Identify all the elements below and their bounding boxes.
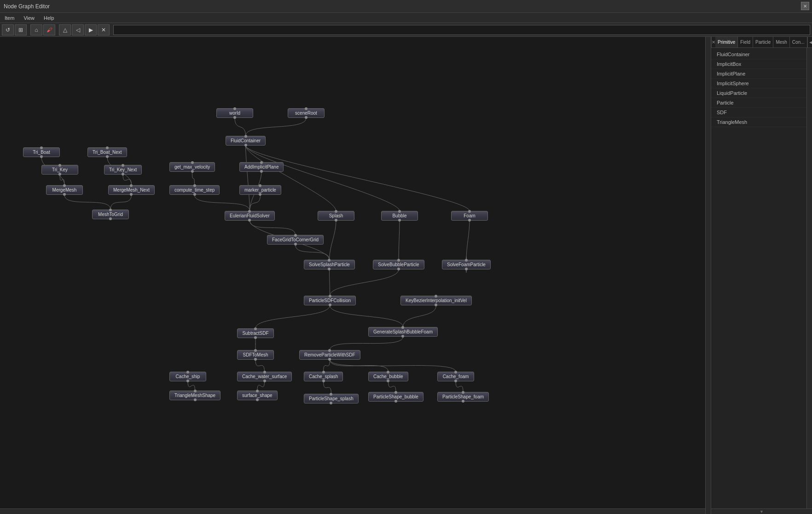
node-SolveBubbleParticle[interactable]: SolveBubbleParticle (373, 260, 424, 269)
node-Splash[interactable]: Splash (318, 211, 354, 221)
port-top-marker_particle[interactable] (259, 184, 261, 187)
tab-con[interactable]: Con... (790, 37, 807, 47)
node-ParticleSDFCollision[interactable]: ParticleSDFCollision (304, 296, 356, 305)
port-top-TriangleMeshShape[interactable] (194, 390, 197, 392)
port-bottom-EulerianFluidSolver[interactable] (248, 219, 251, 222)
port-top-surface_shape[interactable] (256, 390, 259, 392)
port-bottom-Cache_water_surface[interactable] (263, 380, 266, 382)
scrollbar-horizontal[interactable] (0, 508, 705, 514)
panel-list-item-2[interactable]: ImplicitPlane (711, 69, 806, 79)
port-bottom-Cache_ship[interactable] (186, 380, 189, 382)
home-btn[interactable]: ⌂ (30, 24, 42, 35)
port-top-Cache_water_surface[interactable] (263, 371, 266, 374)
port-bottom-FluidContainer[interactable] (244, 144, 247, 146)
node-Tri_Key_Next[interactable]: Tri_Key_Next (104, 165, 142, 175)
node-MeshToGrid[interactable]: MeshToGrid (92, 210, 129, 219)
port-bottom-SubtractSDF[interactable] (254, 336, 257, 339)
port-bottom-Cache_splash[interactable] (322, 380, 325, 382)
menu-item-item[interactable]: Item (3, 14, 16, 22)
node-Cache_foam[interactable]: Cache_foam (437, 372, 474, 381)
port-bottom-marker_particle[interactable] (259, 193, 261, 196)
port-bottom-AddImplicitPlane[interactable] (260, 170, 263, 173)
grid-btn[interactable]: ⊞ (15, 24, 27, 35)
port-top-SubtractSDF[interactable] (254, 327, 257, 330)
tab-particle[interactable]: Particle (753, 37, 773, 47)
port-top-SolveBubbleParticle[interactable] (397, 259, 400, 262)
node-ParticleShape_splash[interactable]: ParticleShape_splash (304, 394, 359, 403)
port-bottom-compute_time_step[interactable] (193, 193, 196, 196)
port-bottom-Tri_Key[interactable] (58, 173, 61, 175)
panel-scrollbar[interactable] (806, 48, 812, 508)
port-bottom-ParticleShape_bubble[interactable] (394, 400, 397, 403)
node-sceneRoot[interactable]: sceneRoot (288, 108, 325, 118)
port-top-FluidContainer[interactable] (244, 135, 247, 138)
node-Tri_Boat[interactable]: Tri_Boat (23, 147, 60, 157)
refresh-btn[interactable]: ↺ (2, 24, 14, 35)
port-top-SDFToMesh[interactable] (254, 349, 257, 352)
panel-list-item-7[interactable]: TriangleMesh (711, 117, 806, 127)
port-top-MergeMesh[interactable] (63, 184, 66, 187)
panel-list-item-3[interactable]: ImplicitSphere (711, 79, 806, 88)
port-top-ParticleShape_foam[interactable] (462, 391, 464, 394)
port-bottom-Bubble[interactable] (398, 219, 401, 222)
port-top-Tri_Boat[interactable] (40, 146, 43, 149)
port-top-SolveSplashParticle[interactable] (328, 259, 331, 262)
port-bottom-MergeMesh_Next[interactable] (130, 193, 133, 196)
port-top-ParticleShape_splash[interactable] (330, 393, 332, 396)
node-compute_time_step[interactable]: compute_time_step (169, 185, 220, 195)
port-bottom-Cache_bubble[interactable] (387, 380, 389, 382)
node-RemoveParticleWithSDF[interactable]: RemoveParticleWithSDF (299, 350, 360, 360)
port-top-Cache_ship[interactable] (186, 371, 189, 374)
node-FluidContainer[interactable]: FluidContainer (226, 136, 266, 146)
node-surface_shape[interactable]: surface_shape (237, 391, 278, 400)
port-bottom-world[interactable] (233, 116, 236, 119)
tab-mesh[interactable]: Mesh (773, 37, 789, 47)
node-SolveFoamParticle[interactable]: SolveFoamParticle (442, 260, 491, 269)
port-bottom-RemoveParticleWithSDF[interactable] (328, 358, 331, 361)
port-bottom-MergeMesh[interactable] (63, 193, 66, 196)
tab-primitive[interactable]: Primitive (715, 37, 738, 47)
node-MergeMesh_Next[interactable]: MergeMesh_Next (108, 185, 155, 195)
menu-item-help[interactable]: Help (42, 14, 56, 22)
port-top-KeyBezierInterpolation_initVel[interactable] (435, 295, 437, 298)
port-bottom-Tri_Boat_Next[interactable] (106, 155, 109, 158)
canvas-area[interactable]: worldsceneRootFluidContainerTri_BoatTri_… (0, 37, 711, 514)
port-top-MeshToGrid[interactable] (109, 209, 112, 211)
port-top-Tri_Boat_Next[interactable] (106, 146, 109, 149)
node-Tri_Boat_Next[interactable]: Tri_Boat_Next (87, 147, 127, 157)
port-top-MergeMesh_Next[interactable] (130, 184, 133, 187)
port-top-Bubble[interactable] (398, 210, 401, 213)
port-bottom-MeshToGrid[interactable] (109, 217, 112, 220)
menu-item-view[interactable]: View (22, 14, 36, 22)
node-Foam[interactable]: Foam (451, 211, 488, 221)
port-top-Splash[interactable] (335, 210, 337, 213)
port-bottom-surface_shape[interactable] (256, 398, 259, 401)
node-EulerianFluidSolver[interactable]: EulerianFluidSolver (225, 211, 275, 221)
tab-field[interactable]: Field (738, 37, 753, 47)
tab-prev-btn[interactable]: ◀ (807, 37, 812, 48)
port-bottom-FaceGridToCornerGrid[interactable] (294, 243, 297, 245)
port-bottom-SolveSplashParticle[interactable] (328, 268, 331, 270)
port-bottom-SolveFoamParticle[interactable] (465, 268, 468, 270)
node-Cache_splash[interactable]: Cache_splash (304, 372, 343, 381)
port-top-SolveFoamParticle[interactable] (465, 259, 468, 262)
port-bottom-GenerateSplashBubbleFoam[interactable] (401, 335, 404, 338)
port-top-get_max_velocity[interactable] (191, 161, 194, 164)
panel-list-item-1[interactable]: ImplicitBox (711, 59, 806, 69)
port-bottom-ParticleShape_splash[interactable] (330, 402, 332, 404)
port-bottom-SolveBubbleParticle[interactable] (397, 268, 400, 270)
port-top-ParticleSDFCollision[interactable] (329, 295, 331, 298)
node-Cache_bubble[interactable]: Cache_bubble (368, 372, 408, 381)
node-AddImplicitPlane[interactable]: AddImplicitPlane (239, 162, 284, 172)
node-Cache_ship[interactable]: Cache_ship (169, 372, 206, 381)
port-bottom-KeyBezierInterpolation_initVel[interactable] (435, 304, 437, 306)
panel-list-item-6[interactable]: SDF (711, 108, 806, 117)
node-Bubble[interactable]: Bubble (381, 211, 418, 221)
search-input[interactable] (113, 25, 810, 35)
port-top-RemoveParticleWithSDF[interactable] (328, 349, 331, 352)
paint-btn[interactable]: 🖌 (43, 24, 55, 35)
panel-list-item-4[interactable]: LiquidParticle (711, 88, 806, 98)
port-bottom-ParticleSDFCollision[interactable] (329, 304, 331, 306)
port-top-world[interactable] (233, 107, 236, 110)
port-top-AddImplicitPlane[interactable] (260, 161, 263, 164)
